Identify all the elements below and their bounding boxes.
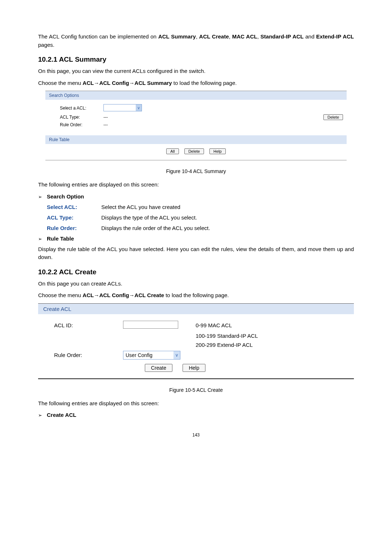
- rule-order-label: Rule Order:: [43, 352, 123, 358]
- text: Choose the menu: [38, 80, 83, 86]
- rule-table-body: All Delete Help: [45, 144, 347, 160]
- definition-term: Select ACL:: [47, 204, 101, 210]
- create-acl-label: Create ACL: [47, 412, 76, 418]
- acl-type-label: ACL Type:: [49, 115, 103, 120]
- acl-id-input[interactable]: [123, 321, 178, 329]
- paragraph: On this page you can create ACLs.: [38, 280, 354, 288]
- text: and: [304, 33, 317, 40]
- help-button[interactable]: Help: [209, 148, 226, 154]
- search-option-label: Search Option: [47, 193, 84, 200]
- create-button[interactable]: Create: [145, 364, 172, 372]
- page-content: The ACL Config function can be implement…: [0, 0, 392, 452]
- section-heading-acl-create: 10.2.2 ACL Create: [38, 268, 354, 276]
- paragraph: Display the rule table of the ACL you ha…: [38, 245, 354, 262]
- text: ,: [196, 33, 199, 40]
- rule-order-label: Rule Order:: [49, 122, 103, 127]
- acl-summary-screenshot: Search Options Select a ACL: v ACL Type:…: [45, 91, 347, 160]
- acl-create-screenshot: Create ACL ACL ID: 0-99 MAC ACL 100-199 …: [38, 303, 354, 379]
- menu-path: ACL→ACL Config→ACL Create: [83, 292, 164, 298]
- acl-id-hint-2: 100-199 Standard-IP ACL: [196, 333, 258, 339]
- paragraph: Choose the menu ACL→ACL Config→ACL Creat…: [38, 291, 354, 300]
- search-options-body: Select a ACL: v ACL Type: --- Delete Rul…: [45, 100, 347, 135]
- chevron-down-icon[interactable]: v: [136, 104, 142, 111]
- arrow-icon: ➢: [38, 236, 47, 242]
- text: pages.: [38, 42, 54, 48]
- text-bold: ACL Create: [199, 33, 229, 40]
- definition-row: ACL Type: Displays the type of the ACL y…: [47, 214, 354, 221]
- section-bullet-rule-table: ➢ Rule Table: [38, 235, 354, 242]
- definition-row: Select ACL: Select the ACL you have crea…: [47, 204, 354, 210]
- create-acl-body: ACL ID: 0-99 MAC ACL 100-199 Standard-IP…: [38, 314, 354, 378]
- text: Choose the menu: [38, 292, 83, 298]
- acl-id-label: ACL ID:: [43, 322, 123, 328]
- search-options-header: Search Options: [45, 91, 347, 100]
- intro-paragraph: The ACL Config function can be implement…: [38, 33, 354, 49]
- create-acl-header: Create ACL: [38, 304, 354, 314]
- arrow-icon: ➢: [38, 194, 47, 200]
- text-bold: Extend-IP ACL: [316, 33, 354, 40]
- paragraph: The following entries are displayed on t…: [38, 399, 354, 408]
- paragraph: The following entries are displayed on t…: [38, 181, 354, 189]
- help-button[interactable]: Help: [183, 364, 205, 372]
- arrow-icon: ➢: [38, 413, 47, 418]
- all-button[interactable]: All: [166, 148, 179, 154]
- paragraph: On this page, you can view the current A…: [38, 67, 354, 75]
- text-bold: ACL Summary: [158, 33, 196, 40]
- definition-desc: Select the ACL you have created: [101, 204, 180, 210]
- text: The ACL Config function can be implement…: [38, 33, 158, 40]
- text: to load the following page.: [164, 292, 229, 298]
- definition-desc: Displays the type of the ACL you select.: [101, 214, 197, 221]
- figure-caption-10-4: Figure 10-4 ACL Summary: [38, 168, 354, 174]
- page-number: 143: [38, 432, 354, 438]
- text-bold: Standard-IP ACL: [261, 33, 304, 40]
- rule-table-label: Rule Table: [47, 235, 74, 242]
- acl-id-hint-1: 0-99 MAC ACL: [196, 322, 232, 328]
- definition-term: ACL Type:: [47, 214, 101, 221]
- select-acl-dropdown[interactable]: v: [103, 104, 142, 111]
- chevron-down-icon[interactable]: v: [173, 351, 180, 359]
- search-option-definitions: Select ACL: Select the ACL you have crea…: [47, 204, 354, 231]
- rule-order-value: User Config: [123, 351, 173, 359]
- rule-table-header: Rule Table: [45, 135, 347, 144]
- text-bold: MAC ACL: [232, 33, 257, 40]
- rule-order-value: ---: [103, 122, 154, 127]
- delete-button[interactable]: Delete: [323, 114, 343, 120]
- section-bullet-search-option: ➢ Search Option: [38, 193, 354, 200]
- section-heading-acl-summary: 10.2.1 ACL Summary: [38, 56, 354, 63]
- paragraph: Choose the menu ACL→ACL Config→ACL Summa…: [38, 79, 354, 87]
- figure-caption-10-5: Figure 10-5 ACL Create: [38, 387, 354, 393]
- acl-type-value: ---: [103, 115, 154, 120]
- text: ,: [257, 33, 261, 40]
- acl-id-hint-3: 200-299 Extend-IP ACL: [196, 342, 253, 348]
- definition-desc: Displays the rule order of the ACL you s…: [101, 225, 210, 231]
- delete-button[interactable]: Delete: [184, 148, 204, 154]
- definition-term: Rule Order:: [47, 225, 101, 231]
- select-acl-label: Select a ACL:: [49, 106, 103, 111]
- text: to load the following page.: [172, 80, 237, 86]
- menu-path: ACL→ACL Config→ACL Summary: [83, 80, 172, 86]
- rule-order-dropdown[interactable]: User Config v: [123, 351, 180, 360]
- definition-row: Rule Order: Displays the rule order of t…: [47, 225, 354, 231]
- select-acl-value: [104, 104, 136, 111]
- section-bullet-create-acl: ➢ Create ACL: [38, 412, 354, 418]
